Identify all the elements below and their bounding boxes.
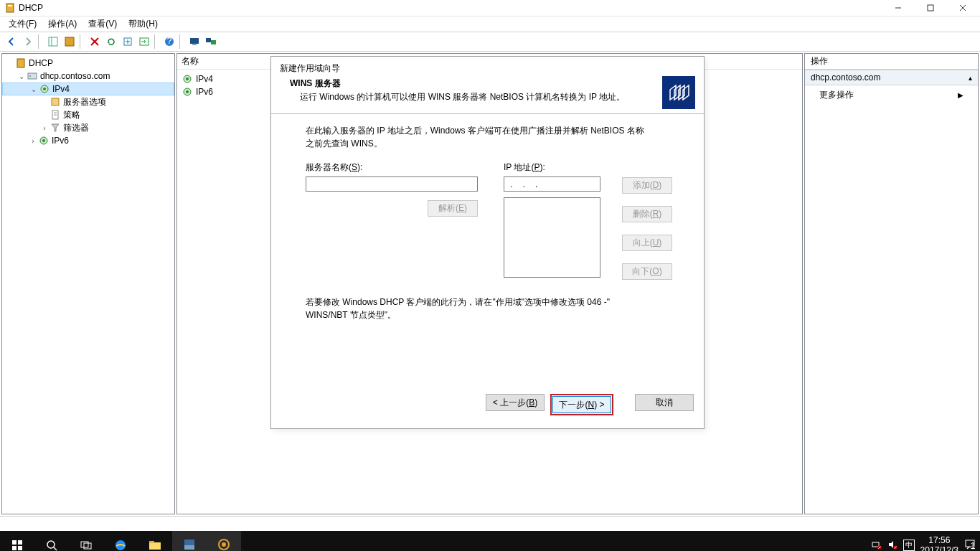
menu-action[interactable]: 操作(A) [42,17,83,32]
svg-point-31 [186,77,189,80]
svg-rect-8 [65,37,74,46]
wizard-icon [662,76,695,109]
new-scope-wizard-dialog: 新建作用域向导 WINS 服务器 运行 Windows 的计算机可以使用 WIN… [270,56,705,429]
maximize-button[interactable] [914,0,946,16]
svg-text:?: ? [166,36,171,46]
properties-button[interactable] [61,34,77,50]
tree-node-ipv6[interactable]: › IPv6 [2,134,174,147]
server-manager-button[interactable] [172,531,207,551]
tree-node-server-options[interactable]: 服务器选项 [2,95,174,108]
close-button[interactable] [946,0,979,16]
ip-address-label: IP 地址(P): [504,161,672,174]
tray-notifications-icon[interactable]: 1 [964,539,976,552]
ipv6-icon [182,86,193,98]
svg-point-48 [222,542,226,547]
export-button[interactable] [119,34,136,50]
tree-label: dhcp.contoso.com [40,71,110,81]
svg-point-29 [42,139,45,142]
dhcp-app-button[interactable] [207,531,241,551]
ipv4-icon [39,83,50,95]
svg-rect-19 [17,59,24,67]
actions-header: 操作 [805,54,978,70]
tray-ime[interactable]: 中 [903,540,915,551]
up-button[interactable]: 向上(U) [622,235,672,251]
wizard-title: 新建作用域向导 [271,57,704,76]
collapse-icon: ▴ [969,74,972,82]
search-button[interactable] [34,531,69,551]
forward-button[interactable] [19,34,36,50]
wizard-instructions: 在此输入服务器的 IP 地址之后，Windows 客户端可在使用广播注册并解析 … [306,124,650,150]
svg-rect-46 [184,545,194,550]
console-button-1[interactable] [186,34,202,50]
window-title: DHCP [19,3,882,13]
cancel-button[interactable]: 取消 [635,394,694,411]
svg-rect-37 [18,546,22,550]
tree-label: DHCP [29,58,53,68]
actions-more[interactable]: 更多操作 ▶ [805,85,978,105]
refresh-button[interactable] [103,34,119,50]
help-button[interactable]: ? [161,34,177,50]
wizard-subheading: 运行 Windows 的计算机可以使用 WINS 服务器将 NetBIOS 计算… [280,91,662,103]
tree-node-policy[interactable]: 策略 [2,108,174,121]
back-button[interactable] [3,34,19,50]
ie-button[interactable] [103,531,138,551]
server-name-input[interactable] [306,176,478,192]
tray-volume-icon[interactable] [887,540,897,552]
tree-node-dhcp-root[interactable]: DHCP [2,57,174,70]
tree-node-ipv4[interactable]: ⌄ IPv4 [2,83,174,95]
menu-view[interactable]: 查看(V) [83,17,123,32]
svg-point-33 [186,90,189,93]
svg-rect-18 [211,40,216,44]
action-button[interactable] [136,34,152,50]
tree-label: IPv6 [52,136,69,146]
expand-icon[interactable]: › [39,124,50,132]
svg-rect-6 [49,37,57,46]
tree-label: 策略 [63,109,80,121]
svg-rect-49 [872,542,879,547]
actions-more-label: 更多操作 [819,89,854,101]
dhcp-icon [15,57,27,69]
server-name-label: 服务器名称(S): [306,161,478,174]
console-button-2[interactable] [202,34,219,50]
filter-icon [50,122,61,133]
ip-address-input[interactable] [504,176,600,192]
remove-button[interactable]: 删除(R) [622,206,672,222]
svg-rect-43 [149,542,161,550]
svg-rect-17 [206,38,211,42]
policy-icon [50,109,61,121]
resolve-button[interactable]: 解析(E) [428,200,478,217]
back-button[interactable]: < 上一步(B) [486,394,545,411]
wins-servers-listbox[interactable] [504,197,600,278]
wizard-note: 若要修改 Windows DHCP 客户端的此行为，请在"作用域"选项中修改选项… [306,296,636,321]
wizard-heading: WINS 服务器 [280,77,662,90]
tree-node-server[interactable]: ⌄ dhcp.contoso.com [2,70,174,83]
tree-pane: DHCP ⌄ dhcp.contoso.com ⌄ [1,53,175,514]
menu-help[interactable]: 帮助(H) [123,17,164,32]
collapse-icon[interactable]: ⌄ [29,85,39,93]
svg-rect-24 [52,98,59,105]
svg-rect-3 [928,5,933,11]
menu-file[interactable]: 文件(F) [3,17,42,32]
tray-time: 17:56 [920,535,958,545]
collapse-icon[interactable]: ⌄ [17,72,27,80]
show-hide-tree-button[interactable] [44,34,61,50]
svg-rect-1 [8,5,12,6]
chevron-right-icon: ▶ [958,91,963,99]
next-button[interactable]: 下一步(N) > [552,396,611,413]
expand-icon[interactable]: › [28,137,38,145]
minimize-button[interactable] [882,0,914,16]
actions-group-server[interactable]: dhcp.contoso.com ▴ [805,70,978,85]
svg-point-38 [47,541,55,548]
start-button[interactable] [0,531,34,551]
menu-bar: 文件(F) 操作(A) 查看(V) 帮助(H) [0,17,980,32]
tray-network-icon[interactable] [872,540,882,552]
explorer-button[interactable] [138,531,172,551]
taskview-button[interactable] [69,531,103,551]
delete-button[interactable] [86,34,103,50]
add-button[interactable]: 添加(D) [622,177,672,194]
ipv4-icon [182,73,193,85]
tree-node-filters[interactable]: › 筛选器 [2,121,174,134]
down-button[interactable]: 向下(O) [622,263,672,280]
tray-clock[interactable]: 17:56 2017/12/3 [920,535,958,551]
list-item-label: IPv4 [196,74,213,84]
